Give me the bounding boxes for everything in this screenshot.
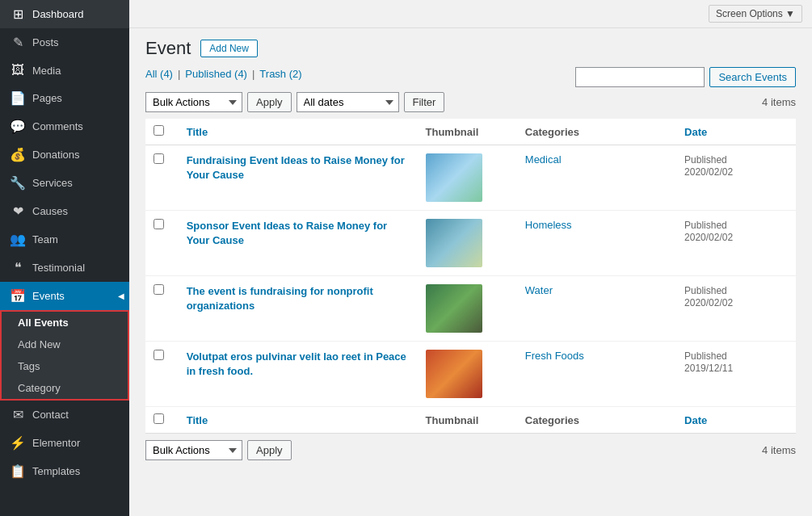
category-link[interactable]: Medical — [525, 153, 562, 166]
sidebar-item-label: Causes — [32, 205, 68, 217]
col-header-title[interactable]: Title — [179, 119, 418, 145]
col-header-date[interactable]: Date — [676, 119, 796, 145]
col-footer-thumbnail: Thumbnail — [418, 407, 517, 434]
event-status: Published — [684, 350, 727, 362]
table-row: The event is fundraising for nonprofit o… — [145, 276, 796, 342]
add-new-button[interactable]: Add New — [200, 40, 258, 57]
filter-all-link[interactable]: All (4) — [145, 68, 173, 80]
event-thumbnail — [426, 153, 482, 202]
sidebar-item-posts[interactable]: ✎ Posts — [0, 28, 129, 57]
event-date: 2020/02/02 — [684, 166, 733, 178]
search-input[interactable] — [575, 67, 705, 87]
event-title-link[interactable]: The event is fundraising for nonprofit o… — [187, 284, 410, 313]
events-arrow-icon: ◀ — [118, 292, 124, 300]
templates-icon: 📋 — [10, 464, 26, 479]
bulk-actions-select-top[interactable]: Bulk Actions Move to Trash — [145, 92, 242, 112]
sidebar-item-donations[interactable]: 💰 Donations — [0, 141, 129, 169]
sidebar-item-label: Pages — [32, 92, 62, 104]
screen-options-button[interactable]: Screen Options ▼ — [709, 5, 802, 23]
event-date: 2020/02/02 — [684, 232, 733, 243]
search-row: All (4) | Published (4) | Trash (2) Sear… — [145, 67, 796, 87]
apply-button-bottom[interactable]: Apply — [247, 440, 292, 460]
category-link[interactable]: Fresh Foods — [525, 350, 584, 362]
row-thumb-cell — [418, 342, 517, 407]
pages-icon: 📄 — [10, 90, 26, 106]
sidebar-item-elementor[interactable]: ⚡ Elementor — [0, 429, 129, 457]
trash-count: (2) — [289, 68, 302, 80]
sidebar-item-dashboard[interactable]: ⊞ Dashboard — [0, 0, 129, 28]
sidebar-item-label: Donations — [32, 149, 80, 161]
services-icon: 🔧 — [10, 175, 26, 191]
sidebar-item-testimonial[interactable]: ❝ Testimonial — [0, 254, 129, 282]
sep2: | — [252, 68, 255, 80]
testimonial-icon: ❝ — [10, 260, 26, 275]
row-category-cell: Water — [517, 276, 676, 342]
sidebar-item-services[interactable]: 🔧 Services — [0, 169, 129, 197]
row-thumb-cell — [418, 145, 517, 211]
submenu-item-tags[interactable]: Tags — [2, 355, 128, 377]
submenu-item-add-new[interactable]: Add New — [2, 334, 128, 355]
all-count: (4) — [160, 68, 173, 80]
submenu-item-all-events[interactable]: All Events — [2, 312, 128, 334]
event-status: Published — [684, 285, 727, 296]
category-link[interactable]: Homeless — [525, 219, 572, 231]
elementor-icon: ⚡ — [10, 435, 26, 451]
sidebar-item-pages[interactable]: 📄 Pages — [0, 84, 129, 112]
col-footer-categories: Categories — [517, 407, 676, 434]
sidebar-item-events[interactable]: 📅 Events ◀ — [0, 282, 129, 310]
row-category-cell: Fresh Foods — [517, 342, 676, 407]
sidebar-item-team[interactable]: 👥 Team — [0, 225, 129, 254]
select-all-checkbox-top[interactable] — [154, 125, 164, 136]
sidebar-item-comments[interactable]: 💬 Comments — [0, 112, 129, 141]
published-count: (4) — [234, 68, 247, 80]
contact-icon: ✉ — [10, 407, 26, 422]
row-checkbox[interactable] — [154, 284, 164, 295]
row-date-cell: Published 2019/12/11 — [676, 342, 796, 407]
main-area: Screen Options ▼ Event Add New All (4) |… — [129, 0, 812, 516]
bulk-actions-select-bottom[interactable]: Bulk Actions Move to Trash — [145, 440, 242, 460]
row-category-cell: Homeless — [517, 211, 676, 276]
sidebar-item-templates[interactable]: 📋 Templates — [0, 457, 129, 485]
event-thumbnail — [426, 284, 482, 333]
filter-row-bottom: Bulk Actions Move to Trash Apply — [145, 440, 292, 460]
topbar: Screen Options ▼ — [129, 0, 812, 28]
row-thumb-cell — [418, 211, 517, 276]
table-row: Volutpat eros pulvinar velit lao reet in… — [145, 342, 796, 407]
sidebar-item-label: Events — [32, 290, 65, 302]
content-area: Event Add New All (4) | Published (4) | … — [129, 28, 812, 516]
col-header-thumbnail: Thumbnail — [418, 119, 517, 145]
filter-button[interactable]: Filter — [404, 92, 445, 112]
items-count-bottom: 4 items — [762, 444, 796, 456]
submenu-item-category[interactable]: Category — [2, 377, 128, 399]
col-header-check — [145, 119, 179, 145]
select-all-checkbox-bottom[interactable] — [154, 413, 164, 424]
col-footer-date[interactable]: Date — [676, 407, 796, 434]
events-submenu: All Events Add New Tags Category — [0, 310, 129, 401]
row-checkbox[interactable] — [154, 153, 164, 164]
row-date-cell: Published 2020/02/02 — [676, 276, 796, 342]
sidebar-item-label: Contact — [32, 409, 69, 421]
sep1: | — [178, 68, 180, 80]
category-link[interactable]: Water — [525, 284, 553, 296]
sidebar-item-label: Elementor — [32, 437, 80, 449]
causes-icon: ❤ — [10, 203, 26, 219]
dates-select[interactable]: All dates February 2020 December 2019 — [297, 92, 399, 112]
sidebar-item-label: Templates — [32, 465, 80, 477]
events-icon: 📅 — [10, 288, 26, 304]
row-checkbox[interactable] — [154, 350, 164, 360]
event-title-link[interactable]: Fundraising Event Ideas to Raise Money f… — [187, 153, 410, 182]
row-checkbox[interactable] — [154, 219, 164, 229]
sidebar-item-media[interactable]: 🖼 Media — [0, 57, 129, 84]
col-footer-title[interactable]: Title — [179, 407, 418, 434]
event-date: 2019/12/11 — [684, 363, 733, 374]
search-events-button[interactable]: Search Events — [709, 67, 796, 87]
event-title-link[interactable]: Sponsor Event Ideas to Raise Money for Y… — [187, 219, 410, 248]
sidebar-item-causes[interactable]: ❤ Causes — [0, 197, 129, 225]
filter-trash-link[interactable]: Trash (2) — [259, 68, 301, 80]
sidebar-item-contact[interactable]: ✉ Contact — [0, 401, 129, 429]
filter-published-link[interactable]: Published (4) — [185, 68, 247, 80]
event-title-link[interactable]: Volutpat eros pulvinar velit lao reet in… — [187, 350, 410, 379]
row-checkbox-cell — [145, 211, 179, 276]
row-title-cell: Fundraising Event Ideas to Raise Money f… — [179, 145, 418, 211]
apply-button-top[interactable]: Apply — [247, 92, 292, 112]
